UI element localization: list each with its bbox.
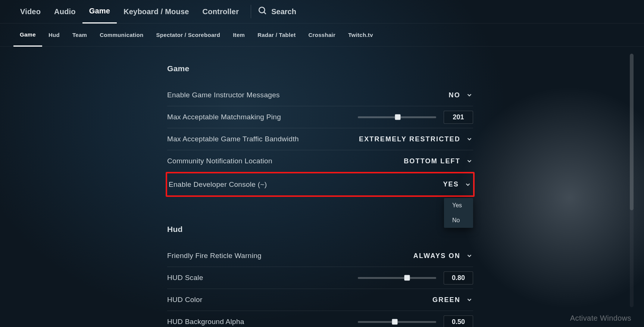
tab-controller[interactable]: Controller: [196, 0, 246, 23]
search-button[interactable]: Search: [258, 6, 296, 18]
slider-thumb[interactable]: [404, 275, 410, 281]
chevron-down-icon: [466, 157, 473, 165]
chevron-down-icon: [464, 181, 472, 188]
dropdown-dev-console[interactable]: YES: [443, 180, 472, 188]
svg-line-1: [264, 12, 266, 14]
row-hud-bg-alpha[interactable]: HUD Background Alpha 0.50: [167, 311, 473, 327]
row-instructor-messages[interactable]: Enable Game Instructor Messages NO: [167, 84, 473, 106]
subtab-crosshair[interactable]: Crosshair: [302, 23, 342, 47]
subtab-radar[interactable]: Radar / Tablet: [251, 23, 302, 47]
secondary-tabs: Game Hud Team Communication Spectator / …: [0, 23, 644, 47]
dropdown-value: NO: [449, 91, 460, 99]
row-traffic-bandwidth[interactable]: Max Acceptable Game Traffic Bandwidth EX…: [167, 128, 473, 150]
row-label: Friendly Fire Reticle Warning: [167, 252, 262, 260]
row-reticle-warning[interactable]: Friendly Fire Reticle Warning ALWAYS ON: [167, 245, 473, 267]
search-label: Search: [271, 7, 296, 16]
dropdown-value: ALWAYS ON: [413, 252, 460, 260]
chevron-down-icon: [466, 135, 473, 143]
tab-game[interactable]: Game: [82, 0, 117, 23]
row-matchmaking-ping[interactable]: Max Acceptable Matchmaking Ping 201: [167, 106, 473, 128]
popup-option-no[interactable]: No: [444, 213, 473, 228]
row-label: HUD Scale: [167, 274, 203, 282]
row-label: Max Acceptable Game Traffic Bandwidth: [167, 135, 299, 143]
subtab-spectator[interactable]: Spectator / Scoreboard: [150, 23, 226, 47]
svg-point-0: [259, 7, 265, 13]
slider-hud-scale[interactable]: [358, 277, 436, 279]
dropdown-value: EXTREMELY RESTRICTED: [359, 135, 460, 143]
dropdown-value: YES: [443, 180, 459, 188]
dropdown-value: BOTTOM LEFT: [404, 157, 460, 165]
primary-tabs: Video Audio Game Keyboard / Mouse Contro…: [0, 0, 644, 23]
dropdown-bandwidth[interactable]: EXTREMELY RESTRICTED: [359, 135, 473, 143]
row-label: Enable Game Instructor Messages: [167, 91, 280, 99]
search-icon: [258, 6, 271, 18]
tab-audio[interactable]: Audio: [47, 0, 82, 23]
row-notification-location[interactable]: Community Notification Location BOTTOM L…: [167, 150, 473, 172]
section-title-hud: Hud: [167, 225, 473, 234]
dropdown-popup: Yes No: [444, 198, 473, 228]
section-title-game: Game: [167, 64, 473, 73]
tab-keyboard-mouse[interactable]: Keyboard / Mouse: [117, 0, 196, 23]
chevron-down-icon: [466, 252, 473, 260]
tab-video[interactable]: Video: [13, 0, 47, 23]
chevron-down-icon: [466, 296, 473, 304]
popup-option-yes[interactable]: Yes: [444, 198, 473, 213]
subtab-hud[interactable]: Hud: [42, 23, 66, 47]
separator: [251, 5, 251, 18]
subtab-communication[interactable]: Communication: [93, 23, 150, 47]
subtab-game[interactable]: Game: [13, 23, 42, 47]
row-label: HUD Background Alpha: [167, 318, 244, 326]
row-developer-console[interactable]: Enable Developer Console (~) YES: [169, 173, 472, 195]
row-label: Enable Developer Console (~): [169, 180, 267, 189]
dropdown-value: GREEN: [432, 296, 460, 304]
settings-content: Game Enable Game Instructor Messages NO …: [0, 48, 644, 327]
dropdown-notif-location[interactable]: BOTTOM LEFT: [404, 157, 473, 165]
subtab-item[interactable]: Item: [226, 23, 251, 47]
subtab-twitch[interactable]: Twitch.tv: [342, 23, 379, 47]
subtab-team[interactable]: Team: [66, 23, 93, 47]
row-label: HUD Color: [167, 296, 203, 304]
highlighted-row: Enable Developer Console (~) YES Yes No: [166, 172, 475, 197]
slider-ping[interactable]: [358, 116, 436, 118]
row-hud-color[interactable]: HUD Color GREEN: [167, 289, 473, 311]
slider-bg-alpha[interactable]: [358, 321, 436, 323]
slider-thumb[interactable]: [395, 114, 401, 120]
dropdown-instructor[interactable]: NO: [449, 91, 473, 99]
row-hud-scale[interactable]: HUD Scale 0.80: [167, 267, 473, 289]
row-label: Community Notification Location: [167, 157, 272, 165]
chevron-down-icon: [466, 91, 473, 99]
value-ping[interactable]: 201: [444, 111, 473, 124]
dropdown-hud-color[interactable]: GREEN: [432, 296, 473, 304]
dropdown-reticle[interactable]: ALWAYS ON: [413, 252, 473, 260]
value-hud-scale[interactable]: 0.80: [444, 271, 473, 284]
value-bg-alpha[interactable]: 0.50: [444, 315, 473, 327]
windows-watermark: Activate Windows: [570, 314, 631, 323]
row-label: Max Acceptable Matchmaking Ping: [167, 113, 281, 121]
slider-thumb[interactable]: [392, 319, 397, 325]
